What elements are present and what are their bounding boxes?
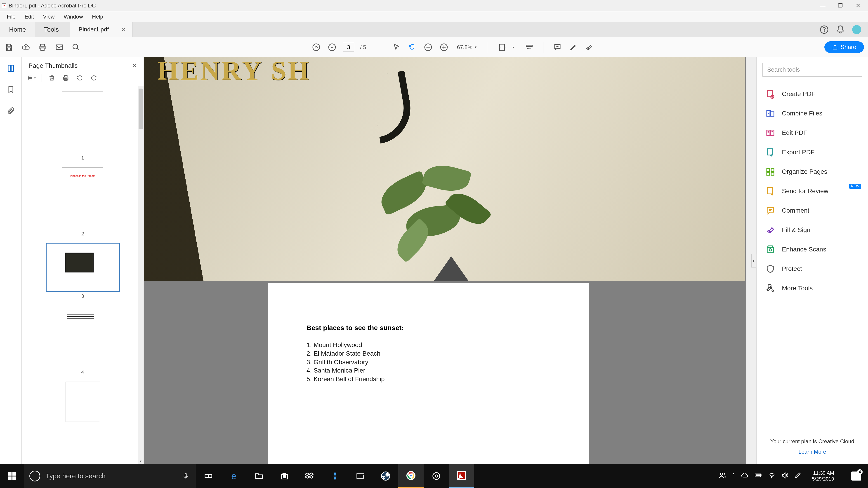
selection-tool-icon[interactable]	[392, 42, 401, 52]
microphone-icon[interactable]	[181, 471, 190, 481]
close-window-button[interactable]: ✕	[854, 1, 863, 10]
account-avatar[interactable]	[852, 25, 861, 34]
thumbnail-page-3[interactable]: 3	[22, 243, 144, 299]
tab-tools[interactable]: Tools	[35, 22, 68, 37]
tool-organize-pages[interactable]: Organize Pages	[756, 162, 868, 182]
tool-edit-pdf[interactable]: Edit PDF	[756, 123, 868, 142]
tool-export-pdf[interactable]: Export PDF	[756, 142, 868, 162]
taskbar-app-store[interactable]	[272, 464, 297, 488]
taskbar-app-steam[interactable]	[373, 464, 398, 488]
taskbar-app-chrome[interactable]	[398, 464, 424, 488]
notifications-icon[interactable]	[836, 25, 845, 34]
minimize-button[interactable]: ―	[818, 1, 827, 10]
sign-icon[interactable]	[584, 42, 594, 52]
menu-edit[interactable]: Edit	[20, 12, 38, 21]
more-tools-icon	[766, 284, 775, 293]
page-down-icon[interactable]	[327, 42, 337, 52]
rotate-ccw-icon[interactable]	[76, 74, 84, 82]
zoom-in-icon[interactable]	[439, 42, 449, 52]
tool-send-for-review[interactable]: Send for ReviewNEW	[756, 182, 868, 201]
document-viewer[interactable]: HENRY SH Best places to see the sunset: …	[144, 57, 756, 464]
thumbnail-page-1[interactable]: 1	[22, 92, 144, 161]
scrollbar-handle[interactable]	[138, 89, 143, 129]
menu-view[interactable]: View	[38, 12, 59, 21]
svg-rect-30	[767, 173, 770, 175]
taskbar-app-origin[interactable]	[424, 464, 449, 488]
highlight-icon[interactable]	[568, 42, 578, 52]
battery-icon[interactable]	[754, 472, 762, 481]
task-view-icon[interactable]	[196, 464, 221, 488]
tool-more-tools[interactable]: More Tools	[756, 279, 868, 298]
tool-enhance-scans[interactable]: Enhance Scans	[756, 240, 868, 259]
tray-expand-icon[interactable]: ˄	[732, 473, 735, 480]
page-up-icon[interactable]	[311, 42, 321, 52]
menu-window[interactable]: Window	[59, 12, 88, 21]
thumbnail-page-5[interactable]	[22, 382, 144, 422]
fit-page-icon[interactable]	[524, 42, 534, 52]
tool-fill-sign[interactable]: Fill & Sign	[756, 220, 868, 240]
document-tab[interactable]: Binder1.pdf ✕	[70, 22, 132, 37]
svg-rect-37	[209, 475, 212, 478]
zoom-level-dropdown[interactable]: 67.8% ▾	[455, 44, 479, 51]
print-icon[interactable]	[37, 42, 48, 52]
taskbar-clock[interactable]: 11:39 AM 5/29/2019	[807, 470, 839, 482]
taskbar-app-edge[interactable]: e	[221, 464, 246, 488]
people-icon[interactable]	[719, 472, 726, 481]
tool-protect[interactable]: Protect	[756, 259, 868, 279]
action-center-icon[interactable]: 4	[844, 471, 868, 481]
taskbar-app-explorer[interactable]	[246, 464, 272, 488]
thumbnails-panel-title: Page Thumbnails	[29, 62, 78, 69]
thumbnails-scrollbar[interactable]: ▴ ▾	[138, 86, 144, 464]
tool-combine-files[interactable]: Combine Files	[756, 104, 868, 123]
tab-home[interactable]: Home	[0, 22, 35, 37]
tool-label: More Tools	[782, 285, 813, 292]
thumbnail-page-4[interactable]: 4	[22, 306, 144, 375]
cloud-upload-icon[interactable]	[21, 42, 31, 52]
taskbar-app-generic-blue[interactable]	[322, 464, 348, 488]
document-tab-close-icon[interactable]: ✕	[121, 26, 126, 33]
thumbnails-panel-close-icon[interactable]: ✕	[131, 62, 137, 69]
start-button[interactable]	[0, 464, 24, 488]
thumbnails-rail-icon[interactable]	[6, 63, 16, 73]
print-pages-icon[interactable]	[62, 74, 70, 82]
learn-more-link[interactable]: Learn More	[761, 449, 864, 455]
thumbnails-options-icon[interactable]: ▾	[28, 74, 36, 82]
share-button[interactable]: Share	[825, 41, 864, 53]
taskbar-app-mail[interactable]	[348, 464, 373, 488]
bookmarks-rail-icon[interactable]	[6, 85, 16, 94]
help-icon[interactable]	[819, 25, 829, 34]
wifi-icon[interactable]	[768, 472, 775, 481]
thumbnail-page-2[interactable]: 2	[22, 168, 144, 237]
onedrive-icon[interactable]	[741, 472, 748, 481]
menu-help[interactable]: Help	[88, 12, 107, 21]
hand-tool-icon[interactable]	[407, 42, 417, 52]
fit-width-icon[interactable]	[497, 42, 507, 52]
pen-icon[interactable]	[794, 472, 802, 481]
volume-icon[interactable]	[781, 472, 788, 481]
delete-page-icon[interactable]	[48, 74, 56, 82]
page-number-input[interactable]: 3	[343, 43, 354, 52]
svg-rect-38	[283, 476, 284, 477]
chevron-down-icon[interactable]: ▾	[508, 42, 518, 52]
rotate-cw-icon[interactable]	[90, 74, 98, 82]
email-icon[interactable]	[54, 42, 64, 52]
menu-file[interactable]: File	[2, 12, 20, 21]
search-tools-input[interactable]: Search tools	[763, 63, 862, 76]
tool-comment[interactable]: Comment	[756, 201, 868, 220]
zoom-out-icon[interactable]	[423, 42, 433, 52]
maximize-button[interactable]: ❐	[836, 1, 845, 10]
attachments-rail-icon[interactable]	[6, 106, 16, 116]
new-badge: NEW	[849, 184, 861, 189]
taskbar-app-acrobat[interactable]	[449, 464, 474, 488]
tool-label: Fill & Sign	[782, 226, 810, 234]
save-icon[interactable]	[4, 42, 14, 52]
find-icon[interactable]	[71, 42, 81, 52]
tool-create-pdf[interactable]: Create PDF	[756, 84, 868, 104]
svg-rect-11	[500, 44, 504, 50]
scroll-down-arrow-icon[interactable]: ▾	[138, 458, 144, 464]
taskbar-search[interactable]: Type here to search	[24, 464, 196, 488]
add-comment-icon[interactable]	[553, 42, 562, 52]
collapse-right-panel-icon[interactable]: ▸	[751, 254, 756, 267]
taskbar-app-dropbox[interactable]	[297, 464, 322, 488]
svg-rect-31	[771, 173, 774, 175]
